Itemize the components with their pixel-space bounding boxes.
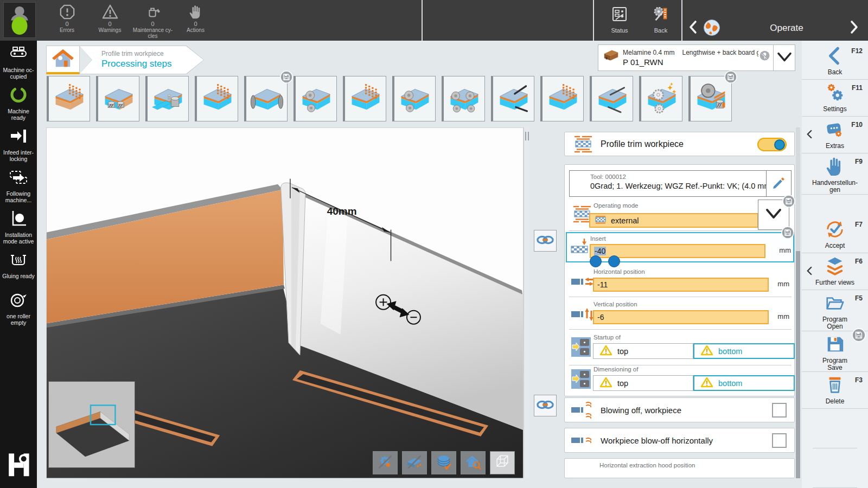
nav-next-button[interactable] xyxy=(847,20,861,36)
machine-state-item[interactable]: Installation mode active xyxy=(0,206,37,247)
fkey-button[interactable]: Program Save xyxy=(802,331,868,373)
tool-edit-button[interactable] xyxy=(766,171,791,196)
fkey-button[interactable]: F7 Accept xyxy=(802,216,868,253)
horizontal-position-value: -11 xyxy=(597,280,608,289)
tool-texts: Tool: 000012 0Grad; 1. Werkzeug; WGZ Ref… xyxy=(570,171,766,196)
startup-bottom-option[interactable]: bottom xyxy=(693,343,795,359)
processing-step-thumbnail[interactable] xyxy=(491,76,534,121)
viewer-tool-button[interactable] xyxy=(461,451,486,474)
machine-state-item[interactable]: one roller empty xyxy=(0,287,37,328)
viewer-tool-button[interactable] xyxy=(402,451,427,474)
viewer-tool-button[interactable] xyxy=(431,451,456,474)
extraction-hood-card[interactable]: Horizontal extraction hood position xyxy=(564,458,795,478)
fkey-button[interactable]: F12 Back xyxy=(802,43,868,80)
machine-state-item[interactable]: Infeed inter- locking xyxy=(0,123,37,164)
text-selection-handle[interactable] xyxy=(608,255,620,267)
processing-step-thumbnail[interactable] xyxy=(688,76,732,121)
fkey-button[interactable]: F10 Extras xyxy=(802,117,868,153)
back-button[interactable]: Back xyxy=(643,2,678,39)
processing-step-thumbnail[interactable] xyxy=(47,76,90,121)
counter-button[interactable]: 0 Actions xyxy=(174,0,217,41)
blow-off-horizontally-checkbox[interactable] xyxy=(772,433,787,448)
counter-button[interactable]: 0 Maintenance cy- cles xyxy=(131,0,174,41)
panel-splitter[interactable] xyxy=(524,127,529,478)
processing-step-thumbnail[interactable] xyxy=(392,76,436,121)
blow-off-horizontally-label: Workpiece blow-off horizontally xyxy=(601,436,713,445)
processing-step-thumbnail[interactable] xyxy=(540,76,584,121)
fkey-spacer xyxy=(802,195,868,217)
startup-of-row: Startup of top bottom xyxy=(569,332,792,365)
fkey-text: Program Save xyxy=(822,357,847,371)
fkey-button[interactable]: F5 Program Open xyxy=(802,290,868,331)
further-views-icon xyxy=(825,256,845,279)
workpiece-info-box[interactable]: Melamine 0.4 mm Lengthwise + back board … xyxy=(598,44,795,71)
processing-step-thumbnail[interactable] xyxy=(96,76,139,121)
fkey-label: F12 xyxy=(851,47,863,55)
processing-step-thumbnail[interactable] xyxy=(195,76,238,121)
machine-state-item[interactable]: Machine ready xyxy=(0,82,37,123)
fkey-button[interactable]: F6 Further views xyxy=(802,253,868,290)
text-selection-handle[interactable] xyxy=(590,255,602,267)
viewer-minimap[interactable] xyxy=(48,381,135,468)
processing-step-thumbnail[interactable] xyxy=(145,76,189,121)
processing-step-thumbnail[interactable] xyxy=(442,76,485,121)
startup-top-option[interactable]: top xyxy=(593,343,693,359)
horizontal-position-input[interactable]: -11 xyxy=(593,278,769,292)
extras-icon xyxy=(825,119,845,142)
status-icon xyxy=(611,5,628,25)
processing-step-thumbnail[interactable] xyxy=(293,76,337,121)
machine-state-item[interactable]: Gluing ready xyxy=(0,247,37,287)
vertical-position-input[interactable]: -6 xyxy=(593,310,769,324)
home-button[interactable] xyxy=(46,46,80,74)
machine-state-item[interactable]: Following machine... xyxy=(0,164,37,206)
machine-state-item[interactable]: Machine oc- cupied xyxy=(0,41,37,82)
blow-off-horizontally-card[interactable]: Workpiece blow-off horizontally xyxy=(564,428,795,453)
workpiece-dropdown-button[interactable] xyxy=(773,45,795,70)
insert-field-row[interactable]: Insert -40 mm xyxy=(566,232,794,262)
fkey-button[interactable]: F9 Handverstellun- gen xyxy=(802,153,868,195)
startup-top-label: top xyxy=(617,347,628,356)
panel-scrollbar[interactable] xyxy=(796,127,800,478)
blow-off-1-icon xyxy=(570,431,594,450)
status-button[interactable]: Status xyxy=(602,2,637,39)
counter-button[interactable]: 0 Warnings xyxy=(88,0,131,41)
horizontal-pos-icon xyxy=(570,272,594,292)
nav-previous-button[interactable] xyxy=(687,20,701,36)
link-parameters-button[interactable] xyxy=(534,395,557,416)
dimensioning-top-option[interactable]: top xyxy=(593,375,693,391)
processing-step-thumbnail[interactable] xyxy=(343,76,386,121)
hide-workpiece-icon xyxy=(406,453,423,473)
warning-icon xyxy=(701,377,713,389)
pin-icon[interactable] xyxy=(760,50,770,65)
fkey-label: F3 xyxy=(855,376,863,384)
fkey-button[interactable]: F3 Delete xyxy=(802,372,868,409)
viewer-tool-button[interactable] xyxy=(490,451,515,474)
fkey-label: F6 xyxy=(855,258,863,265)
tool-value: 0Grad; 1. Werkzeug; WGZ Ref.-Punkt: VK; … xyxy=(590,182,766,190)
hand-icon xyxy=(825,156,845,179)
operating-mode-select[interactable]: external xyxy=(589,213,758,228)
breadcrumb[interactable]: Profile trim workpiece Processing steps xyxy=(79,46,204,74)
blowing-off-checkbox[interactable] xyxy=(772,403,787,418)
counter-button[interactable]: 0 Errors xyxy=(46,0,88,41)
processing-step-thumbnail[interactable] xyxy=(639,76,682,121)
fkey-text: Delete xyxy=(826,398,845,405)
dimensioning-of-icon xyxy=(570,368,592,388)
fkey-button[interactable]: F11 Settings xyxy=(802,80,868,117)
processing-step-thumbnail[interactable] xyxy=(590,76,633,121)
counter-value: 0 xyxy=(65,21,68,27)
profile-trim-toggle[interactable] xyxy=(757,138,787,151)
workpiece-3d-viewer[interactable]: 40mm xyxy=(46,127,524,478)
startup-of-label: Startup of xyxy=(593,334,621,341)
processing-step-thumbnail[interactable] xyxy=(244,76,288,121)
tool-selector[interactable]: Tool: 000012 0Grad; 1. Werkzeug; WGZ Ref… xyxy=(569,170,792,197)
dimensioning-bottom-option[interactable]: bottom xyxy=(693,375,795,391)
workpiece-program: P 01_RWN xyxy=(623,57,758,67)
viewer-tool-button[interactable] xyxy=(373,451,398,474)
blowing-off-workpiece-card[interactable]: Blowing off, workpiece xyxy=(564,397,795,422)
link-parameters-button[interactable] xyxy=(534,230,557,252)
scrollbar-thumb[interactable] xyxy=(796,251,800,478)
operating-mode-dropdown-button[interactable] xyxy=(758,200,789,230)
tool-label: Tool: 000012 xyxy=(590,174,766,180)
user-status-avatar[interactable] xyxy=(3,2,36,38)
